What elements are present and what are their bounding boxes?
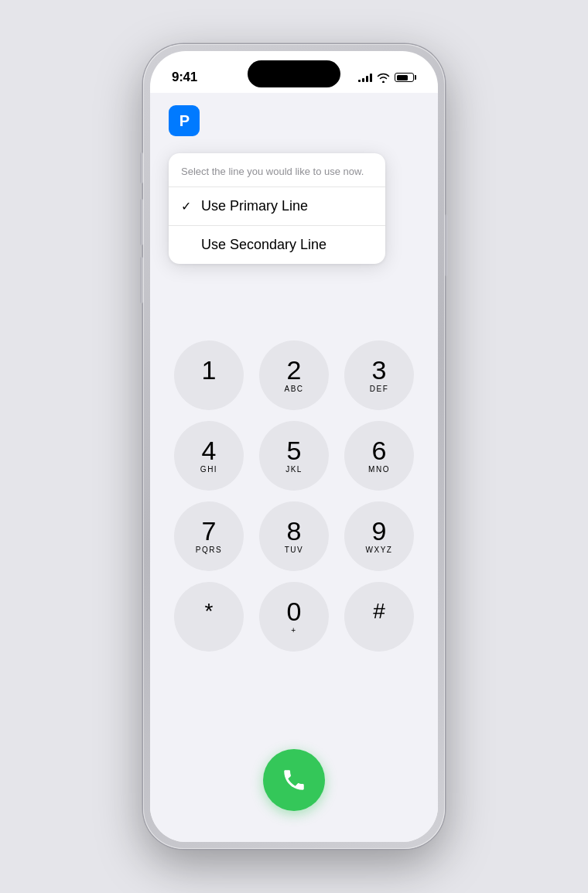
- dial-key-number: 0: [287, 598, 302, 624]
- dial-key-letters: MNO: [368, 465, 390, 475]
- dial-key-letters: GHI: [200, 465, 217, 475]
- dial-key-number: 6: [372, 437, 387, 464]
- phone-icon: [281, 767, 307, 793]
- dropdown-item-primary[interactable]: ✓ Use Primary Line: [169, 187, 385, 226]
- dial-key-number: #: [373, 600, 385, 622]
- dial-key-number: 4: [202, 437, 217, 464]
- call-button-row: [150, 749, 438, 811]
- status-icons: [358, 73, 416, 83]
- dial-key-6[interactable]: 6 MNO: [344, 421, 414, 491]
- dial-key-number: 1: [202, 357, 217, 383]
- dial-key-4[interactable]: 4 GHI: [174, 421, 244, 491]
- dropdown-header: Select the line you would like to use no…: [169, 153, 385, 187]
- dialpad-row-1: 1 2 ABC 3 DEF: [174, 340, 414, 410]
- dial-key-letters: WXYZ: [366, 546, 393, 556]
- dial-key-1[interactable]: 1: [174, 340, 244, 410]
- dial-key-5[interactable]: 5 JKL: [259, 421, 329, 491]
- battery-icon: [395, 73, 416, 82]
- dial-key-letters: ABC: [284, 385, 303, 395]
- signal-icon: [358, 73, 372, 82]
- primary-line-label: Use Primary Line: [201, 198, 308, 214]
- dropdown-menu: Select the line you would like to use no…: [169, 153, 385, 264]
- dial-key-2[interactable]: 2 ABC: [259, 340, 329, 410]
- secondary-line-label: Use Secondary Line: [201, 237, 326, 253]
- app-icon: P: [169, 105, 200, 136]
- dial-key-star[interactable]: *: [174, 582, 244, 652]
- dial-key-number: *: [205, 600, 214, 622]
- dial-key-letters: JKL: [285, 465, 303, 475]
- dial-key-7[interactable]: 7 PQRS: [174, 501, 244, 571]
- dial-key-number: 2: [287, 357, 302, 383]
- dialpad-row-4: * 0 + #: [174, 582, 414, 652]
- dial-key-3[interactable]: 3 DEF: [344, 340, 414, 410]
- dialpad-row-3: 7 PQRS 8 TUV 9 WXYZ: [174, 501, 414, 571]
- dial-key-letters: PQRS: [196, 546, 222, 556]
- dial-key-hash[interactable]: #: [344, 582, 414, 652]
- dial-key-number: 8: [287, 518, 302, 544]
- app-header: P: [150, 93, 438, 142]
- dial-key-letters: DEF: [370, 385, 389, 395]
- call-button[interactable]: [263, 749, 325, 811]
- dialpad: 1 2 ABC 3 DEF 4 GHI: [150, 340, 438, 652]
- silent-switch[interactable]: [140, 152, 143, 183]
- dial-key-letters: +: [291, 626, 296, 636]
- dial-key-letters: TUV: [285, 546, 304, 556]
- phone-frame: 9:41: [143, 44, 445, 849]
- status-time: 9:41: [172, 70, 197, 85]
- dynamic-island: [248, 60, 340, 87]
- volume-down-button[interactable]: [140, 257, 143, 303]
- dial-key-0[interactable]: 0 +: [259, 582, 329, 652]
- status-bar: 9:41: [150, 51, 438, 93]
- dial-key-8[interactable]: 8 TUV: [259, 501, 329, 571]
- power-button[interactable]: [445, 214, 448, 276]
- checkmark-icon: ✓: [181, 199, 193, 214]
- volume-up-button[interactable]: [140, 199, 143, 245]
- phone-screen: 9:41: [150, 51, 438, 842]
- app-content: P Select the line you would like to use …: [150, 93, 438, 842]
- dial-key-9[interactable]: 9 WXYZ: [344, 501, 414, 571]
- wifi-icon: [377, 73, 390, 83]
- dial-key-number: 3: [372, 357, 387, 383]
- dropdown-item-secondary[interactable]: Use Secondary Line: [169, 226, 385, 264]
- dial-key-number: 5: [287, 437, 302, 464]
- dialpad-row-2: 4 GHI 5 JKL 6 MNO: [174, 421, 414, 491]
- dial-key-number: 9: [372, 518, 387, 544]
- dropdown-header-text: Select the line you would like to use no…: [181, 166, 364, 177]
- dial-key-number: 7: [202, 518, 217, 544]
